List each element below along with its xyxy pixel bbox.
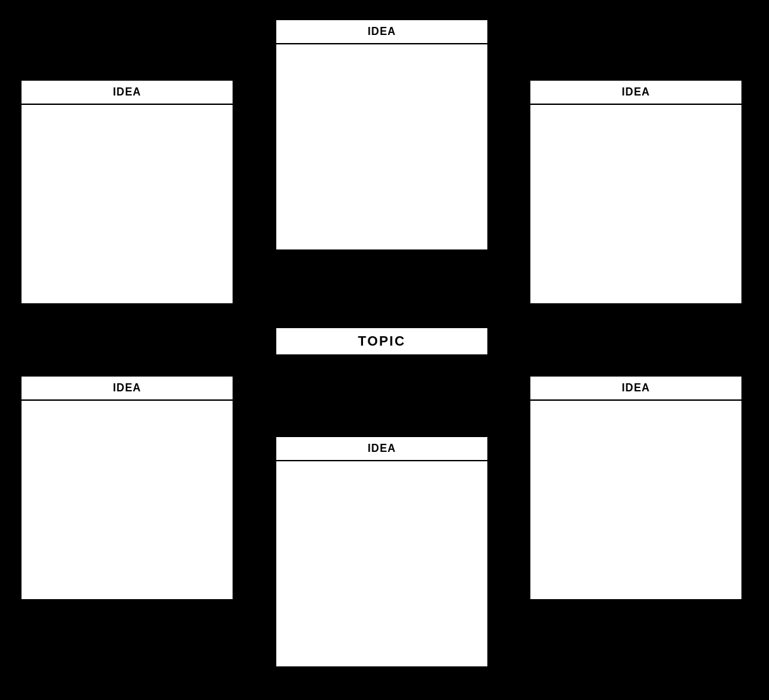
card-left-top[interactable]: IDEA xyxy=(20,79,234,305)
card-right-bottom-body[interactable] xyxy=(530,401,741,599)
card-right-top-header: IDEA xyxy=(530,81,741,105)
card-left-bottom-header: IDEA xyxy=(22,377,233,401)
card-right-top[interactable]: IDEA xyxy=(529,79,743,305)
card-right-top-body[interactable] xyxy=(530,105,741,303)
topic-label[interactable]: TOPIC xyxy=(275,327,489,356)
card-left-top-body[interactable] xyxy=(22,105,233,303)
card-bottom-center-body[interactable] xyxy=(276,461,487,666)
card-top-center[interactable]: IDEA xyxy=(275,19,489,251)
card-right-bottom-header: IDEA xyxy=(530,377,741,401)
canvas: IDEA IDEA IDEA TOPIC IDEA IDEA IDEA xyxy=(0,0,769,700)
card-bottom-center-header: IDEA xyxy=(276,437,487,461)
card-left-bottom[interactable]: IDEA xyxy=(20,375,234,600)
card-top-center-header: IDEA xyxy=(276,20,487,44)
card-top-center-body[interactable] xyxy=(276,44,487,249)
card-bottom-center[interactable]: IDEA xyxy=(275,436,489,668)
card-left-bottom-body[interactable] xyxy=(22,401,233,599)
card-left-top-header: IDEA xyxy=(22,81,233,105)
card-right-bottom[interactable]: IDEA xyxy=(529,375,743,600)
